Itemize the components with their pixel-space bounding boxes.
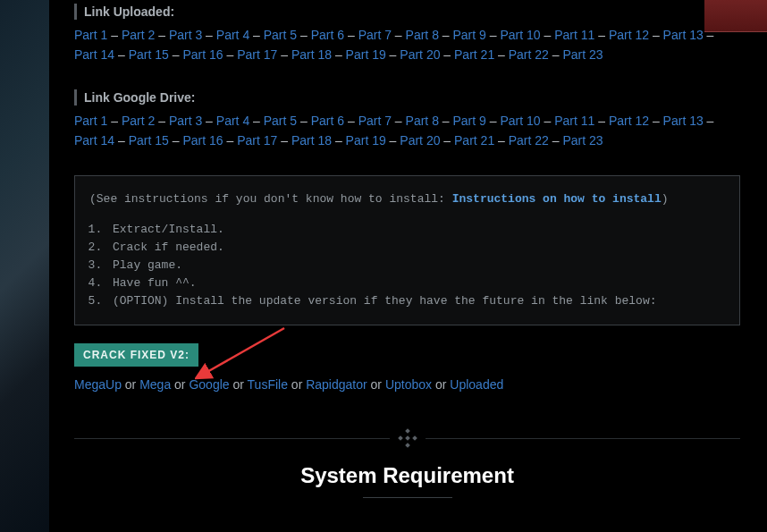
part-link[interactable]: Part 19	[346, 133, 386, 148]
part-link[interactable]: Part 13	[663, 28, 704, 42]
link-uploaded-label: Link Uploaded:	[74, 4, 740, 20]
part-link[interactable]: Part 9	[453, 114, 486, 128]
part-separator: –	[297, 114, 311, 128]
part-separator: –	[386, 47, 400, 62]
part-link[interactable]: Part 22	[509, 47, 549, 62]
parts-list-uploaded: Part 1 – Part 2 – Part 3 – Part 4 – Part…	[74, 25, 740, 64]
part-link[interactable]: Part 23	[562, 47, 603, 62]
part-link[interactable]: Part 21	[454, 47, 494, 62]
divider-dots-icon	[399, 429, 417, 447]
part-link[interactable]: Part 10	[500, 114, 540, 128]
part-link[interactable]: Part 14	[74, 133, 114, 148]
part-separator: –	[169, 47, 183, 62]
part-separator: –	[107, 114, 122, 128]
part-separator: –	[169, 133, 183, 148]
part-link[interactable]: Part 13	[663, 114, 704, 128]
part-link[interactable]: Part 23	[562, 133, 603, 148]
part-link[interactable]: Part 6	[311, 114, 344, 128]
part-link[interactable]: Part 12	[609, 28, 649, 42]
crack-link[interactable]: MegaUp	[74, 377, 122, 392]
part-separator: –	[649, 28, 663, 42]
crack-link-separator: or	[171, 377, 189, 392]
part-separator: –	[332, 133, 346, 148]
part-link[interactable]: Part 1	[74, 28, 107, 42]
part-link[interactable]: Part 17	[237, 47, 277, 62]
part-separator: –	[549, 133, 563, 148]
crack-link[interactable]: Mega	[139, 377, 171, 392]
part-separator: –	[249, 114, 264, 128]
part-link[interactable]: Part 1	[74, 114, 107, 128]
part-link[interactable]: Part 5	[264, 114, 297, 128]
instructions-link[interactable]: Instructions on how to install	[452, 192, 662, 206]
part-link[interactable]: Part 2	[122, 114, 155, 128]
part-separator: –	[249, 28, 264, 42]
part-separator: –	[494, 47, 509, 62]
crack-link-separator: or	[230, 377, 248, 392]
part-link[interactable]: Part 18	[291, 47, 332, 62]
part-link[interactable]: Part 4	[216, 114, 249, 128]
part-separator: –	[223, 47, 238, 62]
part-separator: –	[107, 28, 122, 42]
background-decoration-left	[0, 0, 49, 532]
part-link[interactable]: Part 6	[311, 28, 344, 42]
part-link[interactable]: Part 15	[129, 47, 169, 62]
part-link[interactable]: Part 20	[400, 47, 440, 62]
crack-link[interactable]: Google	[189, 377, 229, 392]
part-separator: –	[594, 28, 609, 42]
part-link[interactable]: Part 11	[554, 28, 594, 42]
part-link[interactable]: Part 3	[169, 28, 202, 42]
part-link[interactable]: Part 8	[406, 28, 439, 42]
link-googledrive-label: Link Google Drive:	[74, 89, 740, 106]
part-separator: –	[392, 114, 406, 128]
part-link[interactable]: Part 20	[400, 133, 440, 148]
part-separator: –	[439, 28, 453, 42]
part-separator: –	[344, 28, 358, 42]
part-separator: –	[332, 47, 346, 62]
part-link[interactable]: Part 7	[358, 114, 392, 128]
part-link[interactable]: Part 5	[264, 28, 297, 42]
part-separator: –	[541, 28, 555, 42]
part-link[interactable]: Part 2	[122, 28, 155, 42]
part-link[interactable]: Part 16	[182, 47, 223, 62]
part-link[interactable]: Part 21	[454, 133, 494, 148]
part-separator: –	[439, 114, 453, 128]
part-separator: –	[344, 114, 358, 128]
part-separator: –	[494, 133, 509, 148]
part-separator: –	[386, 133, 400, 148]
part-separator: –	[202, 28, 216, 42]
crack-link[interactable]: Uptobox	[385, 377, 432, 392]
part-separator: –	[114, 47, 129, 62]
part-link[interactable]: Part 19	[346, 47, 386, 62]
part-link[interactable]: Part 8	[406, 114, 439, 128]
part-link[interactable]: Part 7	[358, 28, 392, 42]
system-requirement-underline	[363, 497, 452, 498]
part-link[interactable]: Part 11	[554, 114, 594, 128]
crack-link[interactable]: Uploaded	[450, 377, 503, 392]
part-separator: –	[440, 47, 454, 62]
part-separator: –	[549, 47, 563, 62]
part-separator: –	[704, 28, 714, 42]
part-separator: –	[297, 28, 311, 42]
part-link[interactable]: Part 22	[509, 133, 549, 148]
part-link[interactable]: Part 14	[74, 47, 114, 62]
part-link[interactable]: Part 4	[216, 28, 249, 42]
part-separator: –	[541, 114, 555, 128]
part-separator: –	[440, 133, 454, 148]
part-link[interactable]: Part 12	[609, 114, 649, 128]
crack-link[interactable]: TusFile	[248, 377, 288, 392]
part-link[interactable]: Part 9	[453, 28, 486, 42]
part-link[interactable]: Part 17	[237, 133, 277, 148]
part-link[interactable]: Part 18	[291, 133, 332, 148]
part-link[interactable]: Part 15	[129, 133, 169, 148]
system-requirement-heading: System Requirement	[74, 463, 740, 488]
crack-link[interactable]: Rapidgator	[306, 377, 367, 392]
part-separator: –	[392, 28, 406, 42]
part-separator: –	[486, 28, 501, 42]
part-separator: –	[704, 114, 714, 128]
part-link[interactable]: Part 16	[182, 133, 223, 148]
part-separator: –	[155, 28, 169, 42]
part-separator: –	[277, 47, 291, 62]
part-separator: –	[486, 114, 501, 128]
part-link[interactable]: Part 10	[500, 28, 540, 42]
part-link[interactable]: Part 3	[169, 114, 202, 128]
